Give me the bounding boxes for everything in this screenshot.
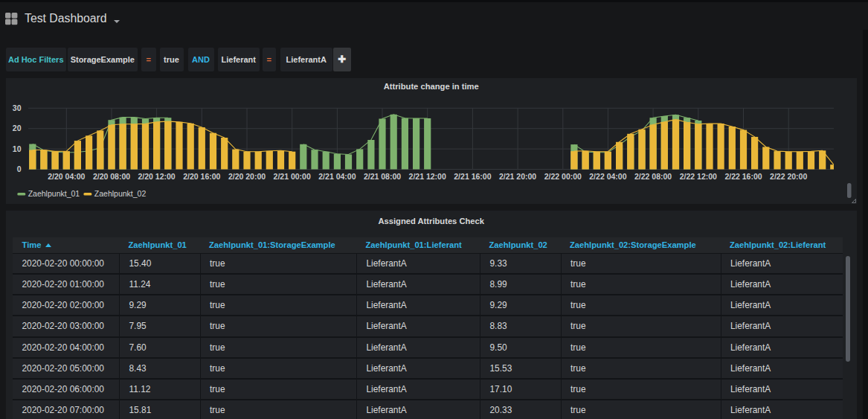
svg-text:2/22 12:00: 2/22 12:00 [680, 172, 717, 181]
svg-text:Zaehlpunkt_02: Zaehlpunkt_02 [94, 189, 147, 198]
svg-text:2/21 16:00: 2/21 16:00 [454, 172, 491, 181]
svg-text:10: 10 [13, 144, 22, 153]
svg-text:30: 30 [13, 103, 22, 112]
svg-text:2/20 08:00: 2/20 08:00 [93, 172, 130, 181]
svg-text:2/20 16:00: 2/20 16:00 [183, 172, 220, 181]
svg-text:2/22 00:00: 2/22 00:00 [544, 172, 582, 181]
svg-text:2/22 20:00: 2/22 20:00 [770, 172, 807, 181]
svg-text:Zaehlpunkt_01: Zaehlpunkt_01 [28, 189, 80, 198]
svg-text:2/20 12:00: 2/20 12:00 [138, 172, 175, 181]
svg-text:2/21 08:00: 2/21 08:00 [364, 172, 401, 181]
svg-text:2/20 04:00: 2/20 04:00 [48, 172, 85, 181]
svg-text:2/20 20:00: 2/20 20:00 [228, 172, 266, 181]
svg-text:2/21 12:00: 2/21 12:00 [409, 172, 446, 181]
svg-text:2/22 04:00: 2/22 04:00 [589, 172, 626, 181]
svg-text:2/22 08:00: 2/22 08:00 [634, 172, 672, 181]
svg-text:2/21 04:00: 2/21 04:00 [318, 172, 356, 181]
svg-text:20: 20 [13, 124, 22, 132]
svg-text:2/21 20:00: 2/21 20:00 [499, 172, 536, 181]
svg-text:2/22 16:00: 2/22 16:00 [724, 172, 762, 181]
svg-text:2/21 00:00: 2/21 00:00 [274, 172, 311, 181]
svg-text:0: 0 [17, 164, 22, 173]
